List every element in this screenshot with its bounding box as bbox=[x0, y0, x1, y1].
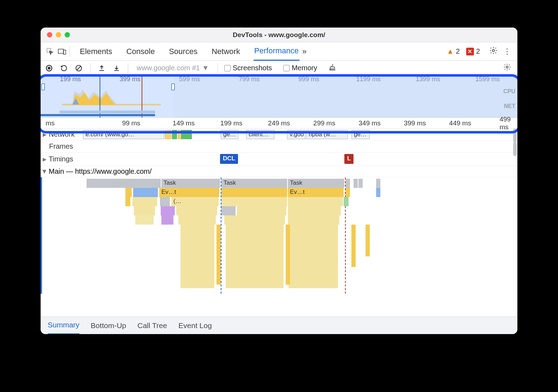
network-track[interactable]: ▶ Network e.com/ (www.go…ge…client…v.goo… bbox=[41, 129, 517, 141]
kebab-menu-icon[interactable]: ⋮ bbox=[503, 47, 511, 56]
svg-point-8 bbox=[506, 66, 508, 68]
collect-garbage-icon[interactable] bbox=[328, 63, 336, 73]
devtools-window: DevTools - www.google.com/ Elements Cons… bbox=[41, 28, 517, 334]
tab-call-tree[interactable]: Call Tree bbox=[137, 321, 167, 330]
main-track-label: Main — https://www.google.com/ bbox=[49, 167, 152, 176]
screenshots-checkbox[interactable]: Screenshots bbox=[224, 64, 272, 72]
timings-track-label: Timings bbox=[49, 155, 73, 163]
task-block[interactable]: Task bbox=[288, 179, 344, 188]
ruler-tick: 249 ms bbox=[268, 119, 290, 127]
tab-performance[interactable]: Performance bbox=[254, 42, 299, 61]
ruler-tick: 299 ms bbox=[313, 119, 335, 127]
expand-icon[interactable]: ▶ bbox=[43, 132, 47, 137]
ruler-tick: 399 ms bbox=[404, 119, 426, 127]
network-request[interactable]: e.com/ (www.go… bbox=[83, 130, 164, 139]
capture-settings-icon[interactable] bbox=[503, 63, 511, 73]
tab-event-log[interactable]: Event Log bbox=[178, 321, 212, 330]
recording-selector[interactable]: www.google.com #1 ▼ bbox=[135, 63, 211, 73]
device-toggle-icon[interactable] bbox=[56, 48, 68, 55]
recording-name: www.google.com #1 bbox=[137, 64, 200, 72]
ruler-tick: ms bbox=[46, 119, 54, 127]
task-block[interactable]: Task bbox=[161, 179, 220, 188]
svg-point-3 bbox=[492, 49, 494, 52]
performance-toolbar: www.google.com #1 ▼ Screenshots Memory bbox=[41, 61, 517, 76]
ruler-tick: 149 ms bbox=[173, 119, 195, 127]
network-request[interactable]: hpba (w… bbox=[306, 130, 348, 139]
ruler-tick: 349 ms bbox=[358, 119, 380, 127]
overview-handle-left[interactable] bbox=[41, 83, 45, 90]
overview-unselected bbox=[174, 76, 517, 118]
dcl-marker[interactable]: DCL bbox=[220, 154, 238, 164]
details-tabs: Summary Bottom-Up Call Tree Event Log bbox=[41, 316, 517, 334]
panel-tabs: Elements Console Sources Network Perform… bbox=[41, 42, 517, 61]
flame-chart[interactable]: Task Task Task Ev…t Ev…t (… bbox=[41, 177, 517, 294]
overview-timeline-region: 199 ms399 ms599 ms799 ms999 ms1199 ms139… bbox=[41, 76, 517, 129]
load-marker[interactable]: L bbox=[344, 154, 354, 164]
titlebar: DevTools - www.google.com/ bbox=[41, 28, 517, 42]
tab-summary[interactable]: Summary bbox=[48, 317, 79, 334]
main-track-header[interactable]: ▶ Main — https://www.google.com/ bbox=[41, 166, 517, 177]
errors-count[interactable]: ✕ 2 bbox=[466, 47, 480, 55]
network-request[interactable]: ge… bbox=[221, 130, 238, 139]
tab-network[interactable]: Network bbox=[211, 42, 241, 61]
window-title: DevTools - www.google.com/ bbox=[41, 31, 517, 39]
memory-checkbox[interactable]: Memory bbox=[283, 64, 317, 72]
event-block[interactable]: Ev…t bbox=[288, 188, 344, 197]
warning-icon: ▲ bbox=[447, 47, 454, 55]
task-block[interactable]: Task bbox=[221, 179, 287, 188]
frames-track-label: Frames bbox=[49, 142, 73, 150]
frames-track[interactable]: Frames bbox=[41, 141, 517, 153]
error-count-value: 2 bbox=[476, 47, 480, 55]
network-request[interactable]: v.goo bbox=[287, 130, 305, 139]
clear-icon[interactable] bbox=[74, 65, 84, 72]
record-icon[interactable] bbox=[44, 65, 54, 72]
ruler[interactable]: ms99 ms149 ms199 ms249 ms299 ms349 ms399… bbox=[41, 118, 517, 129]
overview-net-bar bbox=[60, 111, 155, 113]
overview-net-bar bbox=[41, 114, 155, 116]
ruler-tick: 199 ms bbox=[220, 119, 242, 127]
ruler-tick: 99 ms bbox=[122, 119, 141, 127]
network-request[interactable] bbox=[165, 130, 171, 139]
download-icon[interactable] bbox=[112, 65, 121, 72]
reload-icon[interactable] bbox=[59, 65, 69, 72]
expand-icon[interactable]: ▶ bbox=[43, 156, 47, 162]
network-request[interactable]: client… bbox=[246, 130, 274, 139]
net-label: NET bbox=[504, 103, 515, 109]
overview-timeline[interactable]: 199 ms399 ms599 ms799 ms999 ms1199 ms139… bbox=[41, 76, 517, 118]
svg-point-5 bbox=[48, 67, 51, 70]
error-icon: ✕ bbox=[466, 48, 474, 55]
network-track-label: Network bbox=[49, 130, 75, 138]
tab-elements[interactable]: Elements bbox=[79, 42, 113, 61]
svg-line-7 bbox=[77, 66, 81, 70]
event-block[interactable]: Ev…t bbox=[159, 188, 219, 197]
warning-count-value: 2 bbox=[456, 47, 460, 55]
overview-handle-right[interactable] bbox=[171, 83, 175, 90]
tab-sources[interactable]: Sources bbox=[168, 42, 198, 61]
settings-icon[interactable] bbox=[489, 46, 498, 57]
upload-icon[interactable] bbox=[97, 65, 107, 72]
tab-bottom-up[interactable]: Bottom-Up bbox=[91, 321, 126, 330]
inspect-icon[interactable] bbox=[44, 48, 56, 55]
function-block[interactable]: (… bbox=[171, 197, 219, 206]
collapse-icon[interactable]: ▶ bbox=[42, 170, 48, 173]
tab-console[interactable]: Console bbox=[126, 42, 156, 61]
network-request[interactable]: ge… bbox=[351, 130, 370, 139]
overview-cpu-chart bbox=[62, 88, 161, 105]
cpu-label: CPU bbox=[503, 88, 515, 95]
more-tabs-icon[interactable]: » bbox=[302, 47, 307, 56]
dropdown-icon: ▼ bbox=[202, 64, 209, 72]
warnings-count[interactable]: ▲ 2 bbox=[447, 47, 460, 55]
svg-rect-1 bbox=[58, 49, 64, 53]
ruler-tick: 449 ms bbox=[449, 119, 471, 127]
network-request[interactable] bbox=[172, 130, 177, 139]
network-request[interactable] bbox=[181, 130, 192, 139]
timings-track[interactable]: ▶ Timings DCL L bbox=[41, 153, 517, 166]
